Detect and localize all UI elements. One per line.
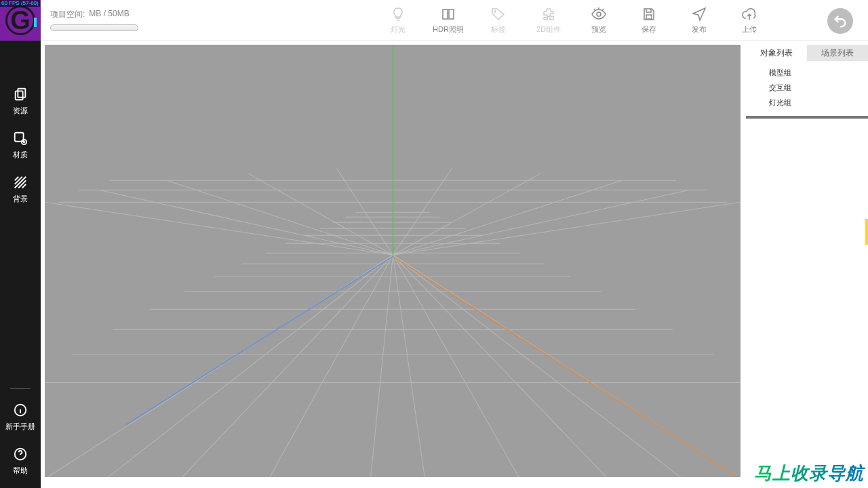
svg-line-7 <box>15 177 22 184</box>
toolbar-btn-label: HDR照明 <box>433 24 464 35</box>
svg-line-40 <box>393 255 519 477</box>
right-panel: 对象列表 场景列表 模型组 交互组 灯光组 <box>746 45 868 477</box>
tab-object-list[interactable]: 对象列表 <box>746 45 807 61</box>
tab-scene-list[interactable]: 场景列表 <box>807 45 868 61</box>
svg-line-22 <box>603 9 604 10</box>
eye-icon <box>591 6 607 22</box>
send-icon <box>691 6 707 22</box>
undo-icon <box>833 14 848 28</box>
svg-line-49 <box>393 168 452 255</box>
sidebar-item-label: 资源 <box>13 106 28 116</box>
sidebar-item-label: 帮助 <box>13 466 28 476</box>
material-icon <box>13 131 28 146</box>
3d-viewport[interactable] <box>45 45 741 477</box>
toolbar-btn-label: 预览 <box>591 24 606 35</box>
cloud-upload-icon <box>741 6 757 22</box>
save-icon <box>641 6 657 22</box>
question-circle-icon <box>13 447 28 462</box>
toolbar-btn-label: 发布 <box>692 24 707 35</box>
svg-rect-16 <box>443 9 448 19</box>
sidebar-item-label: 背景 <box>13 194 28 204</box>
lightbulb-icon <box>390 6 406 22</box>
svg-line-9 <box>18 180 26 188</box>
svg-line-41 <box>393 255 608 477</box>
tree-item-model-group[interactable]: 模型组 <box>769 68 868 78</box>
project-space-progress <box>50 24 138 31</box>
toolbar-btn-label: 保存 <box>642 24 656 35</box>
panels-icon <box>440 6 456 22</box>
svg-line-39 <box>393 255 425 477</box>
sidebar-divider <box>10 388 31 389</box>
svg-line-21 <box>594 9 595 10</box>
toolbar-btn-publish[interactable]: 发布 <box>684 6 715 35</box>
sidebar-item-label: 新手手册 <box>5 422 35 432</box>
svg-rect-17 <box>449 9 454 19</box>
toolbar-btn-save[interactable]: 保存 <box>633 6 665 35</box>
sidebar-item-label: 材质 <box>13 150 28 160</box>
sidebar-item-help[interactable]: 帮助 <box>0 437 41 481</box>
svg-line-35 <box>106 255 393 477</box>
top-toolbar: 项目空间: MB / 50MB 灯光 <box>41 0 868 41</box>
svg-point-19 <box>597 12 601 16</box>
hatch-icon <box>13 175 28 190</box>
svg-rect-0 <box>18 89 25 98</box>
toolbar-btn-label: 标签 <box>491 24 506 35</box>
toolbar-btn-label: 灯光 <box>391 24 406 35</box>
svg-point-18 <box>494 11 496 12</box>
fps-badge: 60 FPS (57-60) <box>0 0 40 7</box>
panel-resize-handle[interactable] <box>865 219 868 245</box>
sidebar-item-material[interactable]: 材质 <box>0 121 41 165</box>
svg-rect-23 <box>646 15 652 19</box>
svg-line-43 <box>393 255 740 477</box>
toolbar-btn-2d[interactable]: 2D组件 <box>533 6 564 35</box>
toolbar-btn-label: 上传 <box>742 24 757 35</box>
properties-panel <box>746 119 868 477</box>
toolbar-btn-hdr[interactable]: HDR照明 <box>433 6 464 35</box>
toolbar-btn-tag[interactable]: 标签 <box>483 6 514 35</box>
tree-item-light-group[interactable]: 灯光组 <box>769 98 868 108</box>
svg-line-6 <box>15 177 19 181</box>
info-circle-icon <box>13 403 28 418</box>
toolbar-btn-light[interactable]: 灯光 <box>382 6 414 35</box>
undo-button[interactable] <box>827 8 853 34</box>
sidebar-item-background[interactable]: 背景 <box>0 165 41 209</box>
toolbar-btn-preview[interactable]: 预览 <box>583 6 614 35</box>
logo-accent <box>34 18 37 27</box>
puzzle-icon <box>540 6 557 22</box>
axis-z <box>126 256 393 424</box>
sidebar-item-guide[interactable]: 新手手册 <box>0 393 41 437</box>
tree-item-interact-group[interactable]: 交互组 <box>769 83 868 93</box>
svg-line-38 <box>370 255 393 477</box>
tag-icon <box>490 6 507 22</box>
object-tree: 模型组 交互组 灯光组 <box>746 61 868 116</box>
logo-glyph: G <box>5 5 35 35</box>
app-logo: 60 FPS (57-60) G <box>0 0 41 41</box>
svg-line-36 <box>180 255 393 477</box>
left-sidebar: 60 FPS (57-60) G 资源 材质 <box>0 0 41 488</box>
toolbar-btn-upload[interactable]: 上传 <box>734 6 765 35</box>
svg-line-42 <box>393 255 682 477</box>
project-space: 项目空间: MB / 50MB <box>50 9 138 31</box>
project-space-label: 项目空间: <box>50 9 85 20</box>
toolbar-btn-label: 2D组件 <box>536 24 561 35</box>
svg-rect-1 <box>16 91 23 100</box>
sidebar-item-resources[interactable]: 资源 <box>0 77 41 121</box>
svg-line-10 <box>22 184 26 188</box>
copy-stack-icon <box>13 87 28 102</box>
svg-line-48 <box>336 168 393 255</box>
project-space-value: MB / 50MB <box>89 9 129 20</box>
